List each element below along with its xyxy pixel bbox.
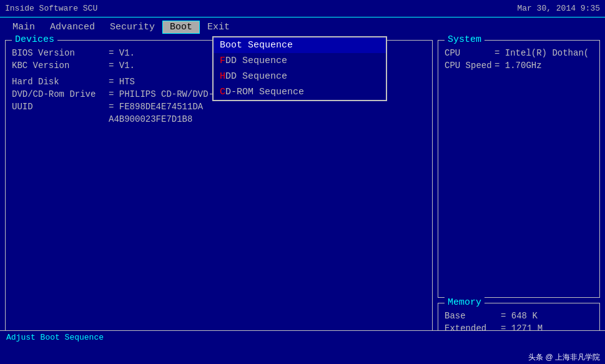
- devices-title: Devices: [12, 34, 57, 45]
- uuid-row: UUID = FE898DE4E74511DA: [12, 102, 426, 112]
- cpu-speed-label: CPU Speed: [445, 61, 494, 71]
- menu-main[interactable]: Main: [5, 21, 42, 34]
- kbc-label: KBC Version: [12, 61, 109, 71]
- cpu-value: = Intel(R) Dothan(: [494, 48, 589, 58]
- cdrom-rest: D-ROM Sequence: [225, 87, 304, 97]
- cdrom-sequence-item[interactable]: CD-ROM Sequence: [214, 84, 386, 100]
- boot-dropdown: Boot Sequence FDD Sequence HDD Sequence …: [212, 36, 387, 101]
- hdd-first-letter: H: [220, 71, 225, 82]
- cpu-label: CPU: [445, 48, 494, 58]
- memory-title: Memory: [445, 297, 484, 308]
- status-bar: Adjust Boot Sequence: [0, 330, 605, 345]
- uuid-label: UUID: [12, 102, 109, 112]
- hdd-rest: DD Sequence: [225, 71, 287, 82]
- watermark: 头条 @ 上海非凡学院: [528, 352, 600, 363]
- hard-disk-value: = HTS: [109, 77, 135, 87]
- cdrom-first-letter: C: [220, 87, 225, 97]
- cpu-speed-row: CPU Speed = 1.70GHz: [445, 61, 593, 71]
- base-memory-row: Base = 648 K: [445, 311, 593, 321]
- menu-exit[interactable]: Exit: [200, 21, 237, 34]
- system-title: System: [445, 34, 484, 45]
- uuid-value: = FE898DE4E74511DA: [109, 102, 203, 112]
- app-title: Inside Software SCU: [5, 4, 97, 13]
- hard-disk-label: Hard Disk: [12, 77, 109, 87]
- menu-security[interactable]: Security: [102, 21, 162, 34]
- dvd-label: DVD/CD-Rom Drive: [12, 89, 109, 99]
- hdd-sequence-item[interactable]: HDD Sequence: [214, 69, 386, 84]
- base-value: = 648 K: [501, 311, 538, 321]
- uuid-label2: [12, 114, 109, 124]
- cpu-row: CPU = Intel(R) Dothan(: [445, 48, 593, 58]
- bios-value: = V1.: [109, 48, 135, 58]
- fdd-rest: DD Sequence: [225, 56, 287, 66]
- menu-bar: Main Advanced Security Boot Exit: [0, 17, 605, 36]
- kbc-value: = V1.: [109, 61, 135, 71]
- fdd-first-letter: F: [220, 56, 225, 66]
- menu-advanced[interactable]: Advanced: [42, 21, 102, 34]
- system-info: System CPU = Intel(R) Dothan( CPU Speed …: [438, 40, 600, 298]
- fdd-sequence-item[interactable]: FDD Sequence: [214, 53, 386, 69]
- main-content: Devices BIOS Version = V1. KBC Version =…: [0, 36, 605, 345]
- system-panel: System CPU = Intel(R) Dothan( CPU Speed …: [438, 40, 600, 342]
- base-label: Base: [445, 311, 501, 321]
- status-text: Adjust Boot Sequence: [6, 333, 104, 342]
- uuid-row2: A4B900023FE7D1B8: [12, 114, 426, 124]
- cpu-speed-value: = 1.70GHz: [494, 61, 542, 71]
- top-bar: Inside Software SCU Mar 30, 2014 9:35: [0, 0, 605, 17]
- menu-boot[interactable]: Boot: [162, 21, 200, 34]
- bios-label: BIOS Version: [12, 48, 109, 58]
- boot-sequence-item[interactable]: Boot Sequence: [214, 37, 386, 53]
- date-time: Mar 30, 2014 9:35: [517, 4, 600, 13]
- uuid-value2: A4B900023FE7D1B8: [109, 114, 192, 124]
